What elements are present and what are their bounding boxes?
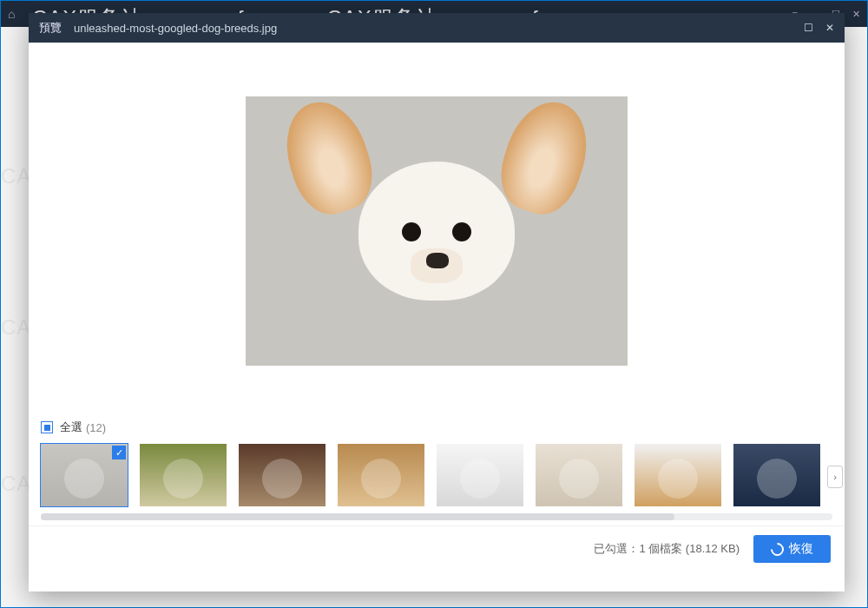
thumbnail-scrollbar[interactable] xyxy=(41,513,832,520)
close-icon[interactable]: ✕ xyxy=(852,9,860,20)
modal-header: 預覽 unleashed-most-googled-dog-breeds.jpg… xyxy=(29,13,845,43)
select-all-label: 全選 xyxy=(60,420,82,435)
thumb-dark[interactable] xyxy=(733,444,820,506)
total-count: (12) xyxy=(86,421,106,434)
thumb-kittens[interactable] xyxy=(536,444,622,506)
modal-close-icon[interactable]: ✕ xyxy=(825,22,834,34)
scrollbar-thumb[interactable] xyxy=(41,513,674,520)
main-preview-image xyxy=(246,96,628,366)
select-all-checkbox[interactable] xyxy=(41,421,53,433)
select-all-row: 全選 (12) xyxy=(29,416,845,440)
modal-footer: 已勾選：1 個檔案 (18.12 KB) 恢復 xyxy=(29,525,845,575)
thumb-dog[interactable]: ✓ xyxy=(41,444,128,506)
home-icon[interactable]: ⌂ xyxy=(8,7,15,21)
thumb-cat-orange[interactable] xyxy=(338,444,424,506)
thumbnail-strip: ✓› xyxy=(29,440,845,513)
thumb-cat-gray[interactable] xyxy=(239,444,326,506)
thumb-puppies[interactable] xyxy=(140,444,227,506)
thumb-kitten-orange[interactable] xyxy=(635,444,721,506)
restore-icon xyxy=(768,539,786,558)
thumb-cats-white[interactable] xyxy=(437,444,523,506)
scroll-right-button[interactable]: › xyxy=(827,466,843,488)
recover-button[interactable]: 恢復 xyxy=(753,535,831,563)
recover-label: 恢復 xyxy=(789,541,813,557)
selection-status: 已勾選：1 個檔案 (18.12 KB) xyxy=(594,541,740,557)
modal-filename: unleashed-most-googled-dog-breeds.jpg xyxy=(74,22,277,35)
app-window: ⌂ ≡ — ☐ ✕ CAX服务站 www.caxfwz.com CAX服务站 w… xyxy=(0,0,868,608)
modal-maximize-icon[interactable]: ☐ xyxy=(804,22,813,34)
modal-title: 預覽 xyxy=(39,20,62,36)
selected-check-icon: ✓ xyxy=(112,446,126,459)
preview-modal: 預覽 unleashed-most-googled-dog-breeds.jpg… xyxy=(29,13,845,591)
preview-area xyxy=(29,43,845,416)
